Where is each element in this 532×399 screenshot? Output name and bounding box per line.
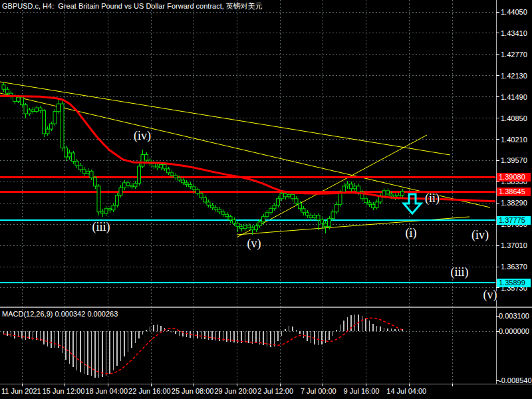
chart-canvas[interactable] [0, 0, 532, 399]
time-tick-label[interactable]: 2 Jul 12:00 [257, 387, 293, 396]
price-tick-label: 1.41490 [501, 93, 527, 102]
elliott-wave-label[interactable]: (v) [247, 237, 261, 251]
elliott-wave-label[interactable]: (ii) [425, 192, 440, 205]
time-tick-label[interactable]: 14 Jul 04:00 [386, 387, 426, 396]
macd-indicator-label: MACD(12,26,9) 0.000342 0.000263 [2, 310, 118, 319]
elliott-wave-label[interactable]: (iii) [92, 220, 110, 234]
time-tick-label[interactable]: 11 Jun 2021 [1, 387, 41, 396]
price-tick-label: 1.36370 [501, 263, 527, 271]
price-tick-label: 1.43410 [501, 29, 527, 38]
macd-tick-label: -0.008540 [499, 376, 532, 385]
sell-arrow-icon [404, 194, 421, 213]
time-tick-label[interactable]: 7 Jul 00:00 [301, 387, 336, 396]
macd-tick-label: 0.000000 [499, 327, 529, 336]
time-tick-label[interactable]: 15 Jun 12:00 [43, 387, 85, 396]
price-tick-label: 1.40210 [501, 136, 527, 144]
price-level-badge: 1.37775 [497, 216, 531, 225]
chart-title: GBPUSD.c, H4: Great Britain Pound vs US … [2, 2, 263, 11]
price-tick-label: 1.44050 [501, 8, 527, 17]
time-tick-label[interactable]: 22 Jun 16:00 [128, 387, 171, 396]
price-tick-label: 1.42770 [501, 51, 527, 59]
elliott-wave-label[interactable]: (iv) [471, 228, 489, 242]
time-tick-label[interactable]: 9 Jul 16:00 [344, 387, 380, 396]
price-level-badge: 1.35899 [497, 279, 531, 287]
price-tick-label: 1.38290 [501, 199, 527, 207]
time-tick-label[interactable]: 25 Jun 08:00 [172, 387, 214, 396]
time-tick-label[interactable]: 18 Jun 04:00 [85, 387, 128, 396]
price-level-badge: 1.39080 [497, 173, 531, 182]
price-tick-label: 1.40850 [501, 114, 527, 123]
time-tick-label[interactable]: 29 Jun 20:00 [215, 387, 257, 396]
terminal-chart-window: GBPUSD.c, H4: Great Britain Pound vs US … [0, 0, 532, 399]
macd-tick-label: 0.003100 [499, 312, 529, 321]
price-tick-label: 1.37010 [501, 241, 527, 250]
elliott-wave-label[interactable]: (iv) [134, 129, 151, 143]
elliott-wave-label[interactable]: (i) [406, 226, 417, 240]
elliott-wave-label[interactable]: (v) [483, 288, 497, 302]
price-tick-label: 1.39570 [501, 156, 527, 165]
price-level-badge: 1.38645 [497, 188, 531, 196]
price-tick-label: 1.42130 [501, 72, 527, 80]
elliott-wave-label[interactable]: (iii) [451, 265, 469, 279]
